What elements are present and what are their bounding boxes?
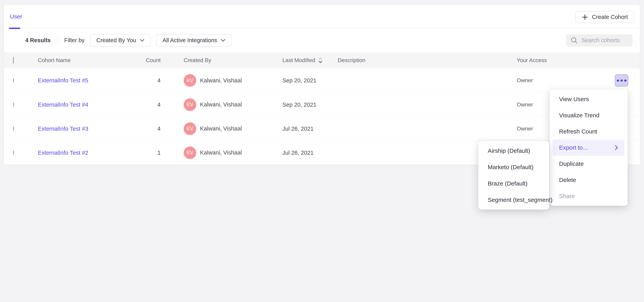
created-by-cell: Kalwani, Vishaal <box>200 101 242 108</box>
avatar: KV <box>184 74 196 87</box>
table-header-row: Cohort Name Count Created By Last Modifi… <box>4 52 640 68</box>
avatar: KV <box>184 146 196 159</box>
row-checkbox[interactable] <box>13 78 14 82</box>
create-cohort-button[interactable]: Create Cohort <box>576 11 634 23</box>
menu-item-view-users[interactable]: View Users <box>553 91 624 107</box>
chevron-down-icon <box>140 39 144 42</box>
cohort-name-link[interactable]: ExternalInfo Test #5 <box>38 77 88 84</box>
last-modified-cell: Jul 26, 2021 <box>282 125 314 132</box>
filter-by-label: Filter by <box>64 37 84 44</box>
tab-user[interactable]: User <box>9 5 23 28</box>
submenu-item-braze[interactable]: Braze (Default) <box>482 175 546 192</box>
column-header-count: Count <box>121 57 160 64</box>
search-box[interactable] <box>566 34 632 46</box>
menu-item-delete[interactable]: Delete <box>553 172 624 188</box>
chevron-down-icon <box>221 39 226 42</box>
toolbar-divider <box>57 36 58 45</box>
last-modified-cell: Jul 26, 2021 <box>282 150 314 156</box>
select-all-checkbox[interactable] <box>13 57 14 64</box>
plus-icon <box>582 14 588 20</box>
access-cell: Owner <box>517 102 533 108</box>
count-cell: 4 <box>121 77 160 84</box>
create-cohort-label: Create Cohort <box>592 14 628 20</box>
export-submenu: Airship (Default) Marketo (Default) Braz… <box>478 141 549 210</box>
last-modified-label: Last Modified <box>282 57 315 64</box>
row-checkbox[interactable] <box>13 150 14 155</box>
column-header-last-modified[interactable]: Last Modified <box>282 57 323 64</box>
table-row: ExternalInfo Test #3 4 KV Kalwani, Visha… <box>4 116 640 140</box>
submenu-item-marketo[interactable]: Marketo (Default) <box>482 159 546 175</box>
cohort-name-link[interactable]: ExternalInfo Test #4 <box>38 101 88 108</box>
count-cell: 1 <box>121 150 160 156</box>
search-icon <box>570 36 578 44</box>
last-modified-cell: Sep 20, 2021 <box>282 77 316 84</box>
integrations-filter-dropdown[interactable]: All Active Integrations <box>156 34 232 46</box>
avatar: KV <box>184 122 196 135</box>
row-checkbox[interactable] <box>13 126 14 131</box>
count-cell: 4 <box>121 125 160 132</box>
column-header-description: Description <box>338 57 365 64</box>
row-checkbox[interactable] <box>13 102 14 107</box>
search-input[interactable] <box>581 37 629 44</box>
row-actions-button[interactable] <box>615 74 628 86</box>
access-cell: Owner <box>517 126 533 132</box>
toolbar: 4 Results Filter by Created By You All A… <box>4 28 640 52</box>
menu-item-refresh-count[interactable]: Refresh Count <box>553 124 624 140</box>
integrations-filter-label: All Active Integrations <box>162 37 217 44</box>
column-header-your-access: Your Access <box>517 57 547 64</box>
ellipsis-icon <box>617 80 619 82</box>
cohorts-card: User Create Cohort 4 Results Filter by C… <box>4 5 640 164</box>
tab-bar: User Create Cohort <box>4 5 640 28</box>
access-cell: Owner <box>517 77 533 84</box>
tab-user-label: User <box>10 13 22 20</box>
menu-item-export-to[interactable]: Export to... <box>553 140 624 156</box>
submenu-item-segment[interactable]: Segment (test_segment) <box>482 192 546 208</box>
sort-icon <box>318 57 323 64</box>
table-row: ExternalInfo Test #4 4 KV Kalwani, Visha… <box>4 92 640 116</box>
created-by-cell: Kalwani, Vishaal <box>200 125 242 132</box>
cohort-name-link[interactable]: ExternalInfo Test #2 <box>38 150 88 156</box>
menu-item-share: Share <box>553 188 624 204</box>
cohort-name-link[interactable]: ExternalInfo Test #3 <box>38 125 88 132</box>
created-by-filter-dropdown[interactable]: Created By You <box>90 34 151 46</box>
row-actions-menu: View Users Visualize Trend Refresh Count… <box>550 90 628 206</box>
column-header-cohort-name: Cohort Name <box>38 57 71 64</box>
column-header-created-by: Created By <box>184 57 211 64</box>
menu-item-visualize-trend[interactable]: Visualize Trend <box>553 107 624 124</box>
created-by-cell: Kalwani, Vishaal <box>200 77 242 84</box>
created-by-filter-label: Created By You <box>96 37 136 44</box>
submenu-item-airship[interactable]: Airship (Default) <box>482 142 546 159</box>
avatar: KV <box>184 98 196 111</box>
count-cell: 4 <box>121 101 160 108</box>
created-by-cell: Kalwani, Vishaal <box>200 150 242 156</box>
results-count: 4 Results <box>25 37 51 44</box>
last-modified-cell: Sep 20, 2021 <box>282 101 316 108</box>
chevron-right-icon <box>615 145 618 150</box>
menu-item-duplicate[interactable]: Duplicate <box>553 156 624 172</box>
table-row: ExternalInfo Test #5 4 KV Kalwani, Visha… <box>4 68 640 92</box>
